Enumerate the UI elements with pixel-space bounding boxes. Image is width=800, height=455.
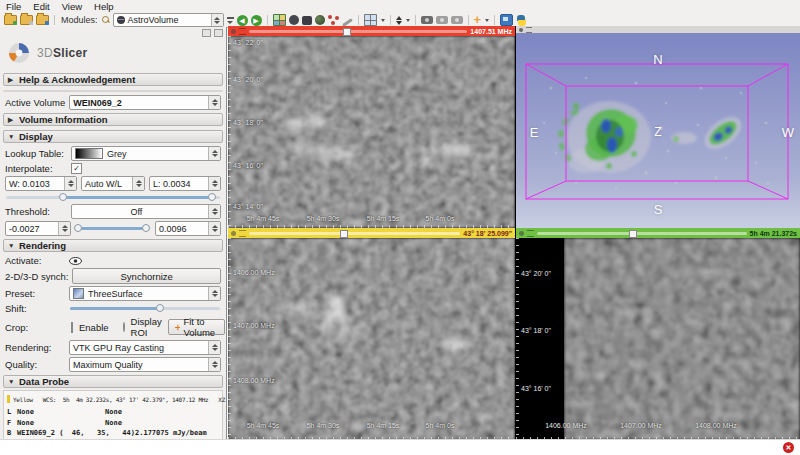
lookup-table-selector[interactable]: Grey bbox=[71, 146, 221, 161]
slicer-logo: 3DSlicer bbox=[3, 37, 223, 71]
interpolate-checkbox[interactable]: ✓ bbox=[71, 163, 82, 174]
menu-file[interactable]: File bbox=[6, 1, 21, 12]
slice-menu-icon[interactable] bbox=[527, 230, 534, 237]
menu-view[interactable]: View bbox=[62, 1, 82, 12]
module-forward-icon[interactable]: ▶ bbox=[251, 15, 262, 26]
roi-module-icon[interactable] bbox=[302, 16, 312, 25]
threshold-min-spinbox[interactable]: -0.0027 bbox=[5, 221, 71, 236]
favorite-modules-icon[interactable] bbox=[273, 14, 286, 26]
menu-edit[interactable]: Edit bbox=[33, 1, 49, 12]
shift-slider[interactable] bbox=[69, 304, 221, 313]
panel-undock-icon[interactable] bbox=[202, 29, 211, 37]
visibility-eye-icon[interactable] bbox=[69, 257, 82, 265]
view-layout-area: 1407.51 MHz 43° 22' bbox=[228, 26, 800, 440]
threed-render-area[interactable]: N S E W Z bbox=[516, 33, 800, 228]
crosshair-dropdown-icon[interactable] bbox=[485, 19, 489, 22]
yellow-slice-swatch bbox=[7, 395, 10, 403]
error-log-button[interactable]: ✕ bbox=[783, 442, 794, 453]
panel-close-icon[interactable] bbox=[214, 29, 223, 37]
level-spinbox[interactable]: L: 0.0034 bbox=[149, 176, 221, 191]
threshold-label: Threshold: bbox=[5, 206, 67, 217]
help-acknowledgement-section[interactable]: ▶ Help & Acknowledgement bbox=[3, 73, 223, 86]
module-history-icon[interactable] bbox=[227, 17, 234, 24]
threshold-max-spinbox[interactable]: 0.0096 bbox=[155, 221, 221, 236]
rendering-section[interactable]: ▼ Rendering bbox=[3, 239, 223, 252]
scene-view-restore-icon[interactable] bbox=[451, 16, 463, 24]
window-spinbox[interactable]: W: 0.0103 bbox=[5, 176, 77, 191]
red-slice-slider[interactable] bbox=[249, 27, 467, 35]
save-data-icon[interactable] bbox=[36, 15, 49, 25]
crosshair-icon[interactable]: + bbox=[474, 15, 482, 25]
data-probe-section[interactable]: ▼ Data Probe bbox=[3, 375, 223, 388]
module-selector[interactable]: AstroVolume bbox=[113, 13, 224, 27]
threed-view-controller[interactable] bbox=[516, 26, 800, 33]
astro-sphere-icon[interactable] bbox=[315, 15, 325, 25]
pushpin-icon[interactable] bbox=[231, 29, 236, 34]
red-slice-viewport[interactable]: 1407.51 MHz 43° 22' bbox=[228, 26, 515, 228]
chevron-right-icon: ▶ bbox=[8, 116, 15, 124]
quality-selector[interactable]: Maximum Quality bbox=[69, 357, 221, 372]
transforms-module-icon[interactable] bbox=[328, 15, 339, 25]
rendering-technique-selector[interactable]: VTK GPU Ray Casting bbox=[69, 340, 221, 355]
display-section[interactable]: ▼ Display bbox=[3, 130, 223, 143]
preset-selector[interactable]: ThreeSurface bbox=[69, 286, 221, 301]
slice-menu-icon[interactable] bbox=[239, 230, 246, 237]
module-selector-spin[interactable] bbox=[211, 14, 223, 26]
screenshot-icon[interactable] bbox=[421, 16, 433, 24]
active-volume-selector[interactable]: WEIN069_2 bbox=[69, 95, 221, 110]
red-x-axis-labels: 5h 4m 45s5h 4m 30s5h 4m 15s5h 4m 0s bbox=[228, 36, 515, 228]
synchronize-button[interactable]: Synchornize bbox=[72, 268, 221, 284]
preset-thumbnail-icon bbox=[73, 288, 84, 299]
green-slice-image[interactable]: 43° 20' 0"43° 18' 0"43° 16' 0" 1406.00 M… bbox=[516, 238, 800, 440]
wcs-readout: Yellow WCS: 5h 4m 32.232s, 43° 17' 42.37… bbox=[13, 396, 225, 403]
green-slice-viewport[interactable]: 5h 4m 21.372s 43° 20' 0"43° 18' 0"43° 16… bbox=[516, 228, 800, 440]
view-menu-icon[interactable] bbox=[526, 27, 532, 33]
threshold-mode-selector[interactable]: Off bbox=[71, 204, 221, 219]
layout-selector-icon[interactable] bbox=[364, 14, 377, 26]
yellow-slice-viewport[interactable]: 43° 18' 25.099" 1406 bbox=[228, 228, 515, 440]
pushpin-icon[interactable] bbox=[231, 231, 236, 236]
red-slice-image[interactable]: 43° 22' 0"43° 20' 0"43° 18' 0"43° 16' 0"… bbox=[228, 36, 515, 228]
fit-to-volume-button[interactable]: Fit to Volume bbox=[168, 319, 226, 335]
extensions-manager-icon[interactable] bbox=[500, 14, 513, 26]
module-back-icon[interactable]: ◀ bbox=[237, 15, 248, 26]
orientation-label-south: S bbox=[654, 202, 663, 217]
module-search-icon[interactable] bbox=[102, 16, 110, 24]
crop-enable-checkbox[interactable] bbox=[71, 322, 73, 333]
orientation-label-north: N bbox=[653, 52, 662, 67]
chevron-down-icon: ▼ bbox=[8, 378, 15, 385]
red-slice-controller[interactable]: 1407.51 MHz bbox=[228, 26, 515, 36]
display-roi-label: Display ROI bbox=[131, 316, 162, 338]
volumes-module-icon[interactable] bbox=[289, 15, 299, 25]
load-data-icon[interactable] bbox=[4, 15, 17, 25]
load-dicom-icon[interactable] bbox=[20, 15, 33, 25]
yellow-slice-controller[interactable]: 43° 18' 25.099" bbox=[228, 228, 515, 238]
mouse-mode-dropdown-icon[interactable] bbox=[406, 19, 410, 22]
green-slice-controller[interactable]: 5h 4m 21.372s bbox=[516, 228, 800, 238]
mouse-interaction-icon[interactable] bbox=[396, 16, 402, 25]
yellow-slice-slider[interactable] bbox=[249, 229, 460, 237]
pushpin-icon[interactable] bbox=[519, 28, 523, 32]
yellow-slice-image[interactable]: 1406.00 MHz1407.00 MHz1408.00 MHz 5h 4m … bbox=[228, 238, 515, 440]
python-console-icon[interactable] bbox=[516, 15, 527, 26]
display-roi-toggle[interactable] bbox=[123, 322, 125, 332]
window-level-range-slider[interactable] bbox=[5, 193, 221, 202]
orientation-label-east: E bbox=[530, 125, 539, 140]
toolbar-separator bbox=[267, 15, 268, 25]
volume-information-section[interactable]: ▶ Volume Information bbox=[3, 113, 223, 126]
wl-mode-selector[interactable]: Auto W/L bbox=[81, 176, 145, 191]
threed-viewport[interactable]: N S E W Z bbox=[516, 26, 800, 228]
orientation-label-z: Z bbox=[654, 125, 661, 139]
menu-help[interactable]: Help bbox=[94, 1, 114, 12]
quality-label: Quality: bbox=[5, 359, 65, 370]
data-probe-box: Yellow WCS: 5h 4m 32.232s, 43° 17' 42.37… bbox=[3, 390, 223, 442]
layout-dropdown-icon[interactable] bbox=[381, 19, 385, 22]
pushpin-icon[interactable] bbox=[519, 231, 524, 236]
preset-label: Preset: bbox=[5, 288, 65, 299]
green-slice-slider[interactable] bbox=[537, 229, 747, 237]
threshold-range-slider[interactable] bbox=[75, 224, 151, 233]
astrovolume-module-icon bbox=[117, 16, 125, 24]
slice-menu-icon[interactable] bbox=[239, 28, 246, 35]
scene-view-icon[interactable] bbox=[436, 16, 448, 24]
yellow-slice-offset-value: 43° 18' 25.099" bbox=[463, 230, 512, 237]
